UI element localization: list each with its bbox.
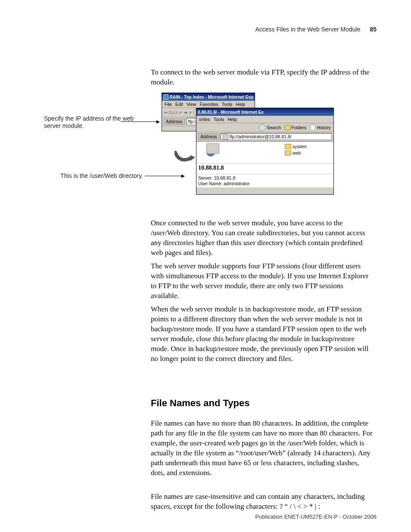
folder-web[interactable]: web — [285, 150, 301, 156]
menu-tools[interactable]: Tools — [222, 102, 233, 107]
paragraph-backup: When the web server module is in backup/… — [151, 305, 373, 364]
folder-icon — [285, 150, 291, 156]
screenshot-figure: RAIN - Top Index - Microsoft Internet Ex… — [162, 93, 336, 198]
address-label: Address — [164, 118, 185, 124]
ie-icon — [163, 94, 168, 100]
menubar: orites Tools Help — [196, 116, 333, 123]
search-icon — [259, 124, 266, 131]
menu-favorites[interactable]: Favorites — [200, 102, 218, 107]
arrow-icon — [121, 121, 159, 122]
server-info: Server: 10.88.81.8 User Name: administra… — [196, 174, 333, 187]
forward-button[interactable]: ➔ — [184, 110, 187, 115]
folder-icon — [285, 144, 291, 149]
history-icon — [310, 124, 316, 131]
file-names-heading: File Names and Types — [151, 398, 249, 409]
footer-publication: Publication ENET-UM527E-EN-P - October 2… — [255, 513, 377, 520]
menu-tools[interactable]: Tools — [214, 117, 224, 122]
menubar: File Edit View Favorites Tools Help — [162, 101, 255, 108]
address-input[interactable]: ftp://administrator@10.88.81.8/ — [221, 133, 332, 140]
titlebar: RAIN - Top Index - Microsoft Internet Ex… — [162, 93, 255, 101]
page-header: Access Files in the Web Server Module 85 — [255, 26, 377, 33]
menu-favorites-cut[interactable]: orites — [199, 117, 210, 122]
address-label: Address — [198, 134, 219, 140]
ip-heading-panel: 10.88.81.8 — [196, 163, 333, 174]
file-pane: system web — [196, 141, 333, 163]
ftp-icon — [223, 134, 228, 140]
ftp-server-icon[interactable] — [203, 143, 218, 159]
file-names-p1: File names can have no more than 80 char… — [151, 419, 373, 478]
intro-paragraph: To connect to the web server module via … — [151, 68, 373, 87]
folders-button[interactable]: Folders — [284, 125, 306, 130]
history-button[interactable]: History — [310, 124, 331, 131]
annotation-specify-ip: Specify the IP address of the web server… — [44, 115, 143, 130]
titlebar: 0.88.81.8/ - Microsoft Internet Ex — [196, 108, 333, 116]
user-line: User Name: administrator — [198, 181, 332, 187]
menu-view[interactable]: View — [187, 102, 196, 107]
folder-system[interactable]: system — [285, 144, 307, 149]
big-arrow-icon — [174, 151, 195, 164]
section-title: Access Files in the Web Server Module — [255, 26, 360, 33]
ip-heading: 10.88.81.8 — [198, 165, 224, 171]
server-line: Server: 10.88.81.8 — [198, 175, 332, 181]
menu-edit[interactable]: Edit — [175, 102, 183, 107]
paragraph-sessions: The web server module supports four FTP … — [151, 261, 373, 301]
toolbar: Search Folders History — [196, 123, 333, 132]
address-bar: Address ftp://administrator@10.88.81.8/ — [196, 132, 333, 141]
back-button[interactable]: ⬅ Back ▾ — [164, 110, 182, 115]
menu-help[interactable]: Help — [236, 102, 245, 107]
page-number: 85 — [370, 26, 377, 33]
window-ie-ftp: 0.88.81.8/ - Microsoft Internet Ex orite… — [196, 108, 334, 195]
search-button[interactable]: Search — [259, 124, 281, 131]
annotation-user-web-dir: This is the /user/Web directory. — [44, 172, 143, 180]
menu-help[interactable]: Help — [227, 117, 237, 122]
svg-marker-0 — [190, 155, 195, 161]
window-title: 0.88.81.8/ - Microsoft Internet Ex — [198, 110, 264, 115]
menu-file[interactable]: File — [165, 102, 172, 107]
window-title: RAIN - Top Index - Microsoft Internet Ex… — [170, 95, 253, 100]
folders-icon — [284, 125, 290, 130]
paragraph-after-figure: Once connected to the web server module,… — [151, 218, 373, 258]
file-names-p2: File names are case-insensitive and can … — [151, 492, 373, 512]
